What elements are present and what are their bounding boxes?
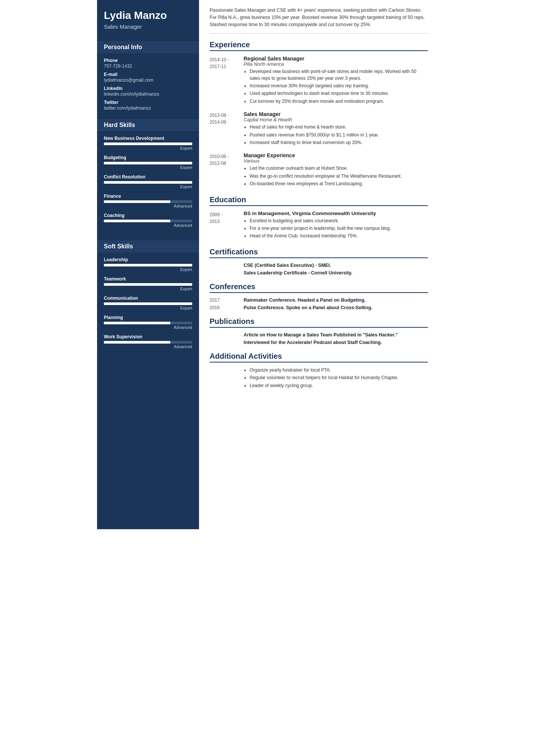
- exp-entry-2: 2013-08 -2014-09 Sales Manager Capital H…: [210, 111, 428, 147]
- skill-bar-bg: [104, 264, 192, 266]
- skill-bar-fill: [104, 220, 170, 222]
- pub-item-2: Interviewed for the Accelerate! Podcast …: [244, 340, 428, 345]
- edu-entry-1: 2009 -2013 BS in Management, Virginia Co…: [210, 211, 428, 241]
- exp-bullets-1: Developed new business with point-of-sal…: [244, 68, 428, 105]
- skill-bar-fill: [104, 302, 192, 305]
- skill-bar-fill: [104, 283, 192, 286]
- exp-bullets-2: Head of sales for high-end home & hearth…: [244, 124, 428, 146]
- personal-info-phone: Phone 757-729-1432: [104, 58, 192, 69]
- exp-content-2: Sales Manager Capital Home & Hearth Head…: [244, 111, 428, 147]
- pub-item-1: Article on How to Manage a Sales Team Pu…: [244, 332, 428, 338]
- exp-dates-2: 2013-08 -2014-09: [210, 111, 244, 147]
- conferences-title: Conferences: [210, 282, 428, 293]
- candidate-title: Sales Manager: [104, 23, 192, 30]
- sidebar: Lydia Manzo Sales Manager Personal Info …: [97, 0, 199, 529]
- list-item: Organize yearly fundraiser for local PTA…: [250, 367, 428, 373]
- skill-bar-fill: [104, 322, 170, 324]
- skill-bar-bg: [104, 302, 192, 305]
- education-title: Education: [210, 195, 428, 206]
- list-item: Led the customer outreach team at Hubert…: [250, 165, 428, 172]
- publications-section: Publications Article on How to Manage a …: [210, 317, 428, 345]
- exp-entry-3: 2010-06 -2012-08 Manager Experience Vari…: [210, 152, 428, 188]
- exp-bullets-3: Led the customer outreach team at Hubert…: [244, 165, 428, 187]
- experience-section: Experience 2014-10 -2017-11 Regional Sal…: [210, 40, 428, 188]
- cert-item-1: CSE (Certified Sales Executive) - SMEI.: [244, 263, 428, 268]
- conferences-section: Conferences 2017 Rainmaker Conference. H…: [210, 282, 428, 310]
- soft-skills-section: Soft Skills Leadership Expert Teamwork E…: [97, 235, 199, 356]
- skill-leadership: Leadership Expert: [104, 257, 192, 272]
- list-item: Was the go-to conflict resolution employ…: [250, 173, 428, 180]
- list-item: Pushed sales revenue from $750,000/yr to…: [250, 132, 428, 138]
- certifications-title: Certifications: [210, 248, 428, 258]
- list-item: Developed new business with point-of-sal…: [250, 68, 428, 82]
- skill-bar-bg: [104, 220, 192, 222]
- skill-bar-bg: [104, 162, 192, 164]
- publications-title: Publications: [210, 317, 428, 328]
- personal-info-linkedin: LinkedIn linkedin.com/in/lydiafmanzo: [104, 86, 192, 97]
- edu-bullets-1: Excelled in budgeting and sales coursewo…: [244, 218, 428, 240]
- sidebar-header: Lydia Manzo Sales Manager: [97, 0, 199, 36]
- edu-dates-1: 2009 -2013: [210, 211, 244, 241]
- additional-activities-bullets: Organize yearly fundraiser for local PTA…: [244, 367, 428, 389]
- skill-work-supervision: Work Supervision Advanced: [104, 334, 192, 349]
- list-item: Excelled in budgeting and sales coursewo…: [250, 218, 428, 224]
- list-item: On-boarded three new employees at Trent …: [250, 181, 428, 187]
- list-item: Leader of weekly cycling group.: [250, 383, 428, 389]
- skill-communication: Communication Expert: [104, 296, 192, 310]
- personal-info-twitter: Twitter twitter.com/lydiafmanzo: [104, 100, 192, 111]
- list-item: Increased staff training to drive lead c…: [250, 139, 428, 146]
- list-item: Head of sales for high-end home & hearth…: [250, 124, 428, 130]
- skill-planning: Planning Advanced: [104, 315, 192, 330]
- personal-info-title: Personal Info: [97, 41, 199, 53]
- exp-dates-3: 2010-06 -2012-08: [210, 152, 244, 188]
- skill-bar-bg: [104, 181, 192, 184]
- skill-budgeting: Budgeting Expert: [104, 155, 192, 170]
- certifications-content: CSE (Certified Sales Executive) - SMEI. …: [210, 263, 428, 276]
- soft-skills-title: Soft Skills: [97, 240, 199, 253]
- skill-finance: Finance Advanced: [104, 194, 192, 208]
- additional-activities-content: Organize yearly fundraiser for local PTA…: [210, 367, 428, 389]
- additional-activities-section: Additional Activities Organize yearly fu…: [210, 352, 428, 389]
- personal-info-email: E-mail lydiafmanzo@gmail.com: [104, 72, 192, 83]
- list-item: Head of the Anime Club. Increased member…: [250, 233, 428, 239]
- skill-bar-bg: [104, 283, 192, 286]
- list-item: Used applied technologies to slash lead …: [250, 90, 428, 97]
- skill-teamwork: Teamwork Expert: [104, 276, 192, 291]
- list-item: Cut turnover by 25% through team morale …: [250, 98, 428, 105]
- education-section: Education 2009 -2013 BS in Management, V…: [210, 195, 428, 241]
- summary-text: Passionate Sales Manager and CSE with 4+…: [210, 7, 428, 34]
- list-item: Increased revenue 30% through targeted s…: [250, 83, 428, 89]
- skill-bar-bg: [104, 341, 192, 344]
- skill-bar-bg: [104, 200, 192, 203]
- edu-content-1: BS in Management, Virginia Commonwealth …: [244, 211, 428, 241]
- personal-info-section: Personal Info Phone 757-729-1432 E-mail …: [97, 36, 199, 114]
- experience-title: Experience: [210, 40, 428, 51]
- exp-entry-1: 2014-10 -2017-11 Regional Sales Manager …: [210, 56, 428, 106]
- conf-entry-2: 2016 Pulse Conference. Spoke on a Panel …: [210, 305, 428, 310]
- additional-activities-title: Additional Activities: [210, 352, 428, 363]
- hard-skills-section: Hard Skills New Business Development Exp…: [97, 114, 199, 235]
- skill-bar-fill: [104, 341, 170, 344]
- hard-skills-title: Hard Skills: [97, 119, 199, 131]
- skill-bar-bg: [104, 322, 192, 324]
- skill-bar-fill: [104, 162, 192, 164]
- skill-coaching: Coaching Advanced: [104, 213, 192, 228]
- cert-item-2: Sales Leadership Certificate - Cornell U…: [244, 270, 428, 276]
- exp-content-1: Regional Sales Manager Pilla North Ameri…: [244, 56, 428, 106]
- publications-content: Article on How to Manage a Sales Team Pu…: [210, 332, 428, 345]
- skill-new-business: New Business Development Expert: [104, 136, 192, 150]
- skill-conflict-resolution: Conflict Resolution Expert: [104, 174, 192, 189]
- exp-content-3: Manager Experience Various Led the custo…: [244, 152, 428, 188]
- main-content: Passionate Sales Manager and CSE with 4+…: [199, 0, 437, 529]
- exp-dates-1: 2014-10 -2017-11: [210, 56, 244, 106]
- list-item: Regular volunteer to recruit helpers for…: [250, 375, 428, 381]
- certifications-section: Certifications CSE (Certified Sales Exec…: [210, 248, 428, 276]
- skill-bar-fill: [104, 181, 192, 184]
- skill-bar-fill: [104, 200, 170, 203]
- list-item: For a one-year senior project in leaders…: [250, 225, 428, 232]
- skill-bar-fill: [104, 143, 192, 145]
- candidate-name: Lydia Manzo: [104, 9, 192, 22]
- skill-bar-fill: [104, 264, 192, 266]
- conf-entry-1: 2017 Rainmaker Conference. Headed a Pane…: [210, 297, 428, 303]
- resume-container: Lydia Manzo Sales Manager Personal Info …: [97, 0, 437, 529]
